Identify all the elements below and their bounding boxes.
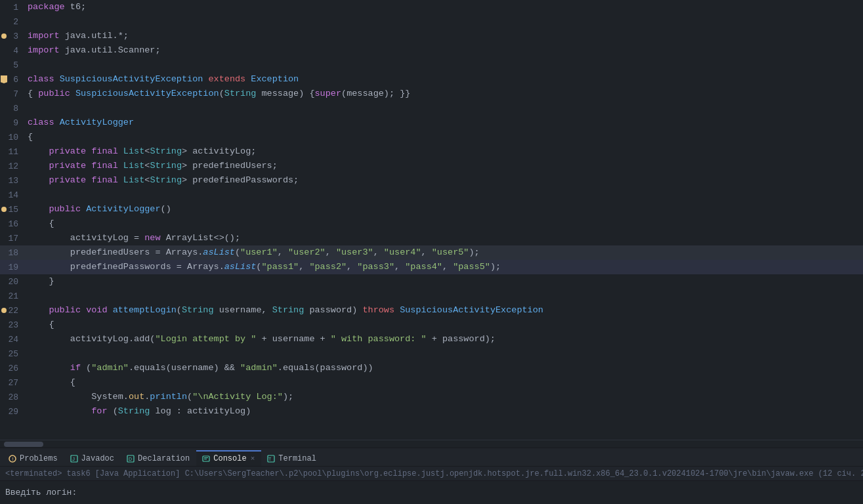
line-number: 27 (0, 378, 25, 388)
code-content: { public SuspiciousActivityException(Str… (25, 87, 863, 101)
code-content: { (25, 130, 863, 144)
code-content: predefinedPasswords = Arrays.asList("pas… (25, 260, 863, 274)
line-number: 28 (0, 392, 25, 402)
code-line: 19 predefinedPasswords = Arrays.asList("… (0, 260, 863, 274)
javadoc-tab-label: Javadoc (81, 454, 114, 463)
code-line: 11 private final List<String> activityLo… (0, 144, 863, 159)
tab-javadoc[interactable]: JJavadoc (64, 450, 121, 466)
status-text: <terminated> task6 [Java Application] C:… (5, 469, 863, 478)
code-content: class ActivityLogger (25, 116, 863, 130)
scrollbar-thumb[interactable] (4, 442, 43, 447)
terminal-tab-label: Terminal (278, 454, 316, 463)
code-line: 21 (0, 289, 863, 303)
bottom-tabs: !ProblemsJJavadocDDeclarationConsole×TTe… (0, 448, 863, 466)
code-line: 29 for (String log : activityLog) (0, 404, 863, 419)
tab-problems[interactable]: !Problems (3, 450, 64, 466)
line-number: 24 (0, 335, 25, 345)
code-line: 14 (0, 188, 863, 202)
code-line: 15 public ActivityLogger() (0, 202, 863, 217)
code-content: { (25, 375, 863, 390)
code-line: 27 { (0, 375, 863, 390)
code-content: activityLog.add("Login attempt by " + us… (25, 332, 863, 346)
declaration-tab-icon: D (126, 454, 135, 463)
line-number: 16 (0, 219, 25, 229)
line-number: 10 (0, 133, 25, 142)
code-content: private final List<String> predefinedPas… (25, 173, 863, 188)
line-number: 15 (0, 205, 25, 215)
declaration-tab-label: Declaration (138, 454, 190, 463)
tab-declaration[interactable]: DDeclaration (121, 450, 196, 466)
line-number: 18 (0, 248, 25, 258)
code-lines: 1package t6;23import java.util.*;4import… (0, 0, 863, 440)
svg-text:J: J (72, 456, 75, 462)
breakpoint-dot (1, 207, 7, 212)
svg-text:D: D (129, 457, 132, 461)
code-line: 26 if ("admin".equals(username) && "admi… (0, 361, 863, 375)
svg-text:T: T (268, 457, 272, 461)
code-content: class SuspiciousActivityException extend… (25, 72, 863, 87)
console-tab-close[interactable]: × (251, 455, 255, 463)
code-content: if ("admin".equals(username) && "admin".… (25, 361, 863, 375)
tab-console[interactable]: Console× (196, 450, 261, 466)
line-number: 3 (0, 32, 25, 41)
code-line: 5 (0, 58, 863, 72)
code-content: { (25, 318, 863, 332)
code-content: public void attemptLogin(String username… (25, 303, 863, 318)
console-tab-label: Console (213, 454, 246, 463)
line-number: 17 (0, 234, 25, 243)
line-number: 9 (0, 118, 25, 128)
code-line: 22 public void attemptLogin(String usern… (0, 303, 863, 318)
code-content: for (String log : activityLog) (25, 404, 863, 419)
code-content: private final List<String> activityLog; (25, 144, 863, 159)
bookmark-icon (1, 75, 7, 83)
code-line: 18 predefinedUsers = Arrays.asList("user… (0, 245, 863, 260)
code-content: import java.util.*; (25, 29, 863, 43)
line-number: 11 (0, 147, 25, 157)
breakpoint-dot (1, 33, 7, 39)
line-number: 8 (0, 104, 25, 114)
code-line: 24 activityLog.add("Login attempt by " +… (0, 332, 863, 346)
code-line: 1package t6; (0, 0, 863, 14)
code-line: 25 (0, 346, 863, 361)
editor-area: 1package t6;23import java.util.*;4import… (0, 0, 863, 448)
console-tab-icon (201, 454, 211, 463)
svg-text:!: ! (12, 456, 14, 462)
line-number: 23 (0, 320, 25, 330)
code-content: predefinedUsers = Arrays.asList("user1",… (25, 245, 863, 260)
line-number: 26 (0, 364, 25, 373)
code-content: public ActivityLogger() (25, 202, 863, 217)
line-number: 2 (0, 17, 25, 27)
line-number: 22 (0, 306, 25, 316)
javadoc-tab-icon: J (70, 454, 79, 463)
breakpoint-dot (1, 308, 7, 313)
code-content: import java.util.Scanner; (25, 43, 863, 58)
code-line: 10{ (0, 130, 863, 144)
svg-rect-7 (204, 457, 208, 458)
line-number: 21 (0, 291, 25, 301)
line-number: 13 (0, 176, 25, 186)
line-number: 6 (0, 75, 25, 85)
line-number: 25 (0, 349, 25, 359)
code-line: 8 (0, 101, 863, 116)
code-line: 12 private final List<String> predefined… (0, 159, 863, 173)
problems-tab-icon: ! (8, 454, 17, 463)
code-content: { (25, 217, 863, 231)
code-container[interactable]: 1package t6;23import java.util.*;4import… (0, 0, 863, 440)
code-line: 7{ public SuspiciousActivityException(St… (0, 87, 863, 101)
svg-rect-8 (204, 459, 207, 459)
code-content: System.out.println("\nActivity Log:"); (25, 390, 863, 404)
code-line: 6class SuspiciousActivityException exten… (0, 72, 863, 87)
console-area: Введіть логін: (0, 480, 863, 504)
code-line: 17 activityLog = new ArrayList<>(); (0, 231, 863, 245)
tab-terminal[interactable]: TTerminal (261, 450, 323, 466)
code-content: } (25, 274, 863, 289)
horizontal-scrollbar[interactable] (0, 440, 863, 448)
code-content: package t6; (25, 0, 863, 14)
line-number: 12 (0, 161, 25, 171)
code-line: 16 { (0, 217, 863, 231)
line-number: 5 (0, 60, 25, 70)
line-number: 29 (0, 407, 25, 417)
code-line: 3import java.util.*; (0, 29, 863, 43)
line-number: 1 (0, 3, 25, 12)
line-number: 20 (0, 277, 25, 287)
